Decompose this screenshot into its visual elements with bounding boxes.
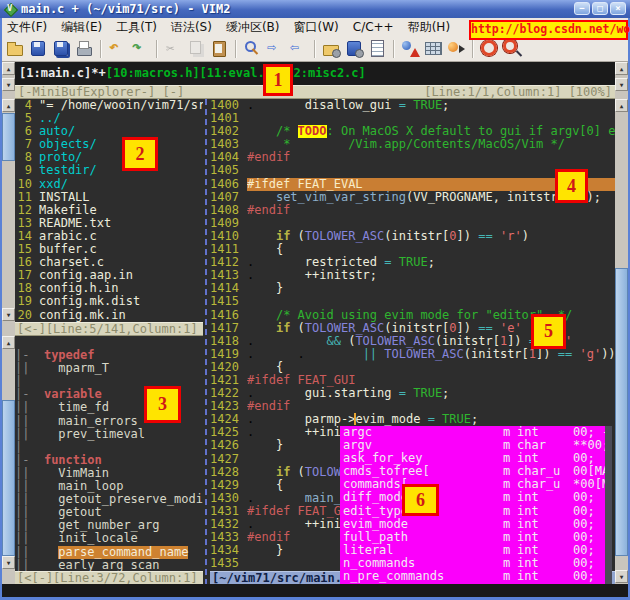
completion-item[interactable]: edit_typemint00; /* typ	[340, 505, 612, 518]
find-help-icon[interactable]	[502, 38, 523, 59]
load-session-icon[interactable]	[321, 38, 342, 59]
maximize-button[interactable]: □	[592, 2, 608, 15]
right-scrollbar[interactable]: ▲ ▼ ▲ ▼	[615, 62, 628, 584]
scroll-up-icon[interactable]: ▲	[2, 336, 15, 349]
code-row[interactable]: 1404#endif	[210, 151, 615, 164]
taglist-row[interactable]: || prev_timeval	[15, 428, 203, 441]
code-row[interactable]: 1420 {	[210, 361, 615, 374]
scroll-up-icon[interactable]: ▲	[2, 99, 15, 112]
explorer-row[interactable]: 17config.aap.in	[15, 269, 203, 282]
help-icon[interactable]	[479, 38, 500, 59]
explorer-row[interactable]: 18config.h.in	[15, 282, 203, 295]
popup-scrollbar[interactable]	[605, 426, 612, 584]
paste-icon[interactable]	[209, 38, 230, 59]
explorer-row[interactable]: 20config.mk.in	[15, 309, 203, 322]
code-row[interactable]: 1415	[210, 295, 615, 308]
explorer-row[interactable]: 6auto/	[15, 125, 203, 138]
explorer-row[interactable]: 7objects/	[15, 138, 203, 151]
left-scrollbar[interactable]: ▲ ▼ ▲ ▼ ▲ ▼	[2, 62, 15, 584]
code-row[interactable]: 1410 if (TOLOWER_ASC(initstr[0]) == 'r')	[210, 230, 615, 243]
menu-item-edit[interactable]: 编辑(E)	[54, 18, 109, 37]
completion-item[interactable]: cmds_tofree[mchar_u00[MAX_ARG_C	[340, 465, 612, 478]
completion-item[interactable]: literalmint00; /* don	[340, 544, 612, 557]
find-next-icon[interactable]	[265, 38, 286, 59]
scroll-down-icon[interactable]: ▼	[2, 78, 15, 91]
explorer-row[interactable]: 8proto/	[15, 151, 203, 164]
open-icon[interactable]	[5, 38, 26, 59]
explorer-row[interactable]: 19config.mk.dist	[15, 295, 203, 308]
completion-item[interactable]: evim_modemint00; /* sta	[340, 518, 612, 531]
explorer-row[interactable]: 13README.txt	[15, 217, 203, 230]
menu-item-buffers[interactable]: 缓冲区(B)	[219, 18, 287, 37]
save-icon[interactable]	[28, 38, 49, 59]
code-row[interactable]: 1419. . || TOLOWER_ASC(initstr[1]) == 'g…	[210, 348, 615, 361]
taglist-row[interactable]: || mparm_T	[15, 362, 203, 375]
minimize-button[interactable]: −	[574, 2, 590, 15]
taglist-row[interactable]: || VimMain	[15, 467, 203, 480]
explorer-row[interactable]: 11INSTALL	[15, 191, 203, 204]
scroll-down-icon[interactable]: ▼	[2, 308, 15, 321]
completion-item[interactable]: argvmchar**00; - src/ma	[340, 439, 612, 452]
undo-icon[interactable]	[107, 38, 128, 59]
find-prev-icon[interactable]	[288, 38, 309, 59]
explorer-row[interactable]: 9testdir/	[15, 164, 203, 177]
code-row[interactable]: 1408#endif	[210, 204, 615, 217]
code-row[interactable]: 1413. ++initstr;	[210, 269, 615, 282]
explorer-row[interactable]: 5../	[15, 112, 203, 125]
completion-item[interactable]: full_pathmint00; /* fil	[340, 531, 612, 544]
code-row[interactable]: 1421#ifdef FEAT_GUI	[210, 374, 615, 387]
menu-item-window[interactable]: 窗口(W)	[287, 18, 346, 37]
scroll-up-icon[interactable]: ▲	[2, 62, 15, 75]
completion-item[interactable]: ask_for_keymint00; /* -x	[340, 452, 612, 465]
code-row[interactable]: 1400. disallow_gui = TRUE;	[210, 99, 615, 112]
scrollbar-thumb[interactable]	[2, 113, 15, 161]
code-row[interactable]: 1402 /* TODO: On MacOS X default to gui …	[210, 125, 615, 138]
scroll-down-icon[interactable]: ▼	[615, 78, 628, 91]
scrollbar-thumb[interactable]	[615, 268, 628, 556]
scroll-up-icon[interactable]: ▲	[615, 99, 628, 112]
scroll-down-icon[interactable]: ▼	[2, 556, 15, 569]
menu-item-cpp[interactable]: C/C++	[346, 19, 401, 35]
code-row[interactable]: 1409	[210, 217, 615, 230]
completion-item[interactable]: commands[mchar_u*00[MAX_ARG_	[340, 478, 612, 491]
redo-icon[interactable]	[130, 38, 151, 59]
completion-item[interactable]: n_commandsmint00; /	[340, 557, 612, 570]
menu-item-file[interactable]: 文件(F)	[0, 18, 54, 37]
menu-item-tools[interactable]: 工具(T)	[109, 18, 164, 37]
explorer-row[interactable]: 12Makefile	[15, 204, 203, 217]
code-row[interactable]: 1412. restricted = TRUE;	[210, 256, 615, 269]
menu-item-help[interactable]: 帮助(H)	[401, 18, 457, 37]
save-all-icon[interactable]	[51, 38, 72, 59]
taglist-row[interactable]: || init_locale	[15, 532, 203, 545]
explorer-row[interactable]: 14arabic.c	[15, 230, 203, 243]
code-row[interactable]: 1424. parmp->evim_mode = TRUE;	[210, 413, 615, 426]
run-script-icon[interactable]	[367, 38, 388, 59]
taglist-row[interactable]: || getout	[15, 506, 203, 519]
code-row[interactable]: 1414 }	[210, 282, 615, 295]
explorer-row[interactable]: 15buffer.c	[15, 243, 203, 256]
completion-item[interactable]: diff_modemint00; /* sta	[340, 491, 612, 504]
taglist-row[interactable]	[15, 336, 203, 349]
scrollbar-thumb[interactable]	[2, 400, 15, 556]
save-session-icon[interactable]	[344, 38, 365, 59]
print-icon[interactable]	[74, 38, 95, 59]
explorer-row[interactable]: 4"= /home/wooin/vim71/src/	[15, 99, 203, 112]
explorer-row[interactable]: 16charset.c	[15, 256, 203, 269]
make-icon[interactable]	[400, 38, 421, 59]
taglist-row[interactable]: |	[15, 441, 203, 454]
taglist-row[interactable]: || main_loop	[15, 480, 203, 493]
menu-item-syntax[interactable]: 语法(S)	[164, 18, 219, 37]
scroll-down-icon[interactable]: ▼	[615, 570, 628, 583]
scroll-up-icon[interactable]: ▲	[615, 62, 628, 75]
taglist-row[interactable]: || getout_preserve_modifie	[15, 493, 203, 506]
taglist-row[interactable]: || get_number_arg	[15, 519, 203, 532]
taglist-row[interactable]: || early_arg_scan	[15, 559, 203, 571]
code-row[interactable]: 1422. gui.starting = TRUE;	[210, 387, 615, 400]
close-button[interactable]: ×	[610, 2, 626, 15]
build-tags-icon[interactable]	[423, 38, 444, 59]
window-separator[interactable]	[205, 99, 207, 585]
completion-item[interactable]: n_pre_commandsmint00; /	[340, 570, 612, 583]
explorer-row[interactable]: 10xxd/	[15, 178, 203, 191]
code-row[interactable]: 1403 * /Vim.app/Contents/MacOS/Vim */	[210, 138, 615, 151]
taglist-row[interactable]: |- function	[15, 454, 203, 467]
